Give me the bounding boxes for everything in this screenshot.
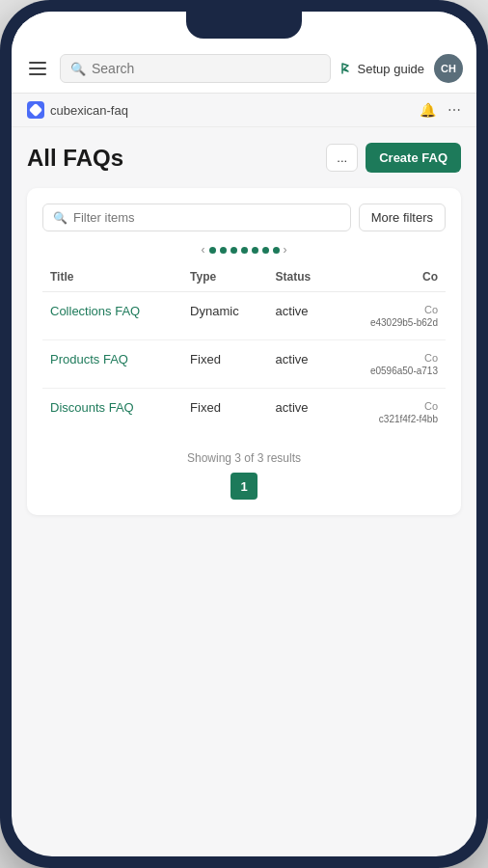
pagination-dots: ‹ › xyxy=(42,243,446,257)
filter-input[interactable] xyxy=(73,210,340,225)
col-status: Status xyxy=(268,264,336,292)
code-value: c321f4f2-f4bb xyxy=(343,414,438,424)
header-actions: ... Create FAQ xyxy=(326,143,461,173)
dot-2[interactable] xyxy=(220,247,227,254)
showing-text: Showing 3 of 3 results xyxy=(42,451,446,465)
hamburger-button[interactable] xyxy=(25,58,50,79)
code-label: Co xyxy=(343,400,438,412)
more-filters-button[interactable]: More filters xyxy=(359,203,446,231)
dot-7[interactable] xyxy=(273,247,280,254)
dots-right-arrow[interactable]: › xyxy=(284,243,287,257)
table-row: Discounts FAQ Fixed active Co c321f4f2-f… xyxy=(42,389,446,437)
filter-row: 🔍 More filters xyxy=(42,203,446,231)
create-faq-button[interactable]: Create FAQ xyxy=(366,143,461,173)
search-icon: 🔍 xyxy=(70,62,86,76)
faq-title-cell[interactable]: Collections FAQ xyxy=(42,292,182,340)
code-label: Co xyxy=(343,304,438,315)
table-card: 🔍 More filters ‹ › xyxy=(27,188,461,515)
faq-title-cell[interactable]: Discounts FAQ xyxy=(42,389,182,437)
page-numbers: 1 xyxy=(42,473,446,500)
phone-screen: 🔍 Setup guide CH cubexican-faq xyxy=(12,12,476,856)
page-header: All FAQs ... Create FAQ xyxy=(27,143,461,173)
dot-6[interactable] xyxy=(262,247,269,254)
more-options-button[interactable]: ... xyxy=(326,144,358,172)
faq-code-cell: Co e0596a50-a713 xyxy=(336,340,446,389)
col-code: Co xyxy=(336,264,446,292)
faq-table: Title Type Status Co Collections FAQ Dyn… xyxy=(42,264,446,436)
breadcrumb-more-icon[interactable]: ⋯ xyxy=(447,102,461,118)
setup-guide-link[interactable]: Setup guide xyxy=(340,62,424,76)
setup-guide-label: Setup guide xyxy=(358,62,424,76)
faq-type-cell: Dynamic xyxy=(182,292,267,340)
app-icon xyxy=(27,101,44,119)
bell-icon[interactable]: 🔔 xyxy=(420,102,436,118)
faq-type-cell: Fixed xyxy=(182,389,267,437)
faq-type-cell: Fixed xyxy=(182,340,267,389)
col-title: Title xyxy=(42,264,182,292)
code-value: e0596a50-a713 xyxy=(343,366,438,376)
search-input[interactable] xyxy=(92,61,320,76)
dot-4[interactable] xyxy=(241,247,248,254)
table-row: Products FAQ Fixed active Co e0596a50-a7… xyxy=(42,340,446,389)
dot-1[interactable] xyxy=(209,247,216,254)
filter-input-wrap[interactable]: 🔍 xyxy=(42,203,351,231)
results-footer: Showing 3 of 3 results 1 xyxy=(42,451,446,500)
page-num-1[interactable]: 1 xyxy=(230,473,258,500)
breadcrumb-text: cubexican-faq xyxy=(50,103,128,118)
faq-status-cell: active xyxy=(268,340,336,389)
page-content: All FAQs ... Create FAQ 🔍 More filters xyxy=(12,127,476,530)
phone-frame: 🔍 Setup guide CH cubexican-faq xyxy=(0,0,488,868)
table-header-row: Title Type Status Co xyxy=(42,264,446,292)
dots-left-arrow[interactable]: ‹ xyxy=(202,243,205,257)
dot-5[interactable] xyxy=(252,247,258,254)
faq-code-cell: Co c321f4f2-f4bb xyxy=(336,389,446,437)
breadcrumb-left: cubexican-faq xyxy=(27,101,128,119)
faq-status-cell: active xyxy=(268,292,336,340)
table-row: Collections FAQ Dynamic active Co e43029… xyxy=(42,292,446,340)
faq-code-cell: Co e43029b5-b62d xyxy=(336,292,446,340)
breadcrumb-right: 🔔 ⋯ xyxy=(420,102,461,118)
page-title: All FAQs xyxy=(27,145,123,172)
breadcrumb-bar: cubexican-faq 🔔 ⋯ xyxy=(12,94,476,127)
code-label: Co xyxy=(343,352,438,364)
faq-status-cell: active xyxy=(268,389,336,437)
phone-notch xyxy=(186,12,302,39)
col-type: Type xyxy=(182,264,267,292)
flag-icon xyxy=(340,62,354,75)
faq-title-cell[interactable]: Products FAQ xyxy=(42,340,182,389)
code-value: e43029b5-b62d xyxy=(343,317,438,328)
dot-3[interactable] xyxy=(230,247,237,254)
app-icon-diamond xyxy=(29,103,42,117)
filter-search-icon: 🔍 xyxy=(53,211,68,225)
avatar: CH xyxy=(434,54,463,83)
search-bar[interactable]: 🔍 xyxy=(60,54,331,83)
